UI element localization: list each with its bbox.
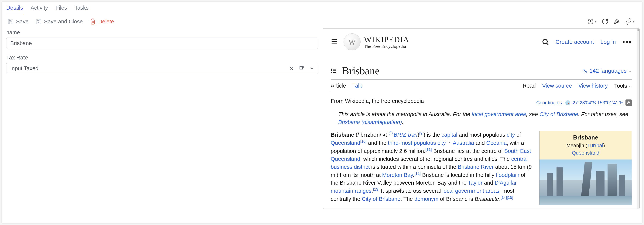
infobox-queensland-link[interactable]: Queensland — [572, 150, 600, 156]
refresh-button[interactable] — [602, 18, 608, 25]
language-selector[interactable]: 142 languages ⌄ — [582, 68, 632, 74]
save-button[interactable]: Save — [7, 18, 28, 25]
wiki-preview-panel: WIKIPEDIA The Free Encyclopedia Create a… — [323, 28, 640, 209]
history-button[interactable]: ▾ — [587, 18, 597, 25]
toolbar: Save Save and Close Delete ▾ — [2, 14, 642, 28]
name-input[interactable] — [10, 40, 314, 46]
hatnote-cob-link[interactable]: City of Brisbane — [539, 111, 578, 117]
clear-icon[interactable] — [289, 66, 294, 71]
infobox-skyline-image[interactable] — [540, 160, 632, 205]
log-in-link[interactable]: Log in — [600, 39, 616, 45]
tax-rate-value: Input Taxed — [10, 65, 38, 71]
create-account-link[interactable]: Create account — [556, 39, 594, 45]
save-close-button[interactable]: Save and Close — [35, 18, 83, 25]
ref-13[interactable]: [13] — [373, 187, 379, 191]
audio-icon[interactable] — [383, 133, 388, 137]
history-icon — [587, 18, 594, 25]
save-close-icon — [35, 18, 42, 25]
wikipedia-globe-icon — [344, 33, 360, 50]
svg-rect-15 — [628, 102, 630, 104]
wiki-tab-view-history[interactable]: View history — [578, 83, 608, 91]
infobox-sub1: Meanjin (Turrbal) — [542, 142, 630, 149]
link-button[interactable]: ▾ — [625, 18, 635, 25]
wrench-icon — [614, 18, 620, 25]
chevron-down-icon: ▾ — [633, 19, 635, 24]
search-icon[interactable] — [542, 38, 549, 46]
wiki-tab-view-source[interactable]: View source — [542, 83, 572, 91]
chevron-down-icon[interactable] — [309, 66, 314, 71]
coordinates-label[interactable]: Coordinates — [536, 100, 562, 105]
wiki-tagline: The Free Encyclopedia — [364, 44, 409, 49]
ref-11[interactable]: [11] — [425, 147, 432, 152]
wiki-tab-article[interactable]: Article — [331, 83, 346, 91]
tax-label: Tax Rate — [6, 54, 318, 61]
hatnote-lga-link[interactable]: local government area — [472, 111, 526, 117]
hamburger-icon[interactable] — [331, 38, 338, 46]
ref-10[interactable]: [10] — [360, 139, 366, 143]
form-panel: name Tax Rate Input Taxed — [2, 28, 323, 223]
tool-button[interactable] — [614, 18, 620, 25]
delete-button[interactable]: Delete — [90, 18, 114, 25]
record-tabs: Details Activity Files Tasks — [2, 2, 642, 14]
tab-details[interactable]: Details — [6, 5, 23, 14]
ref-12[interactable]: [12] — [414, 171, 421, 176]
infobox-turrbal-link[interactable]: Turrbal — [587, 143, 603, 148]
svg-point-13 — [332, 71, 332, 71]
scrollbar[interactable] — [637, 28, 640, 209]
name-label: name — [6, 29, 318, 36]
globe-marker-icon — [566, 100, 570, 105]
chevron-down-icon: ▾ — [595, 19, 597, 24]
svg-rect-2 — [300, 67, 302, 69]
ref-9[interactable]: [9] — [419, 131, 424, 135]
ipa-info-icon[interactable]: ⓘ — [389, 131, 394, 135]
tax-rate-combo[interactable]: Input Taxed — [6, 63, 318, 74]
hatnote-dab-link[interactable]: Brisbane (disambiguation) — [338, 119, 402, 125]
infobox: Brisbane Meanjin (Turrbal) Queensland — [539, 131, 632, 205]
infobox-title: Brisbane — [542, 133, 630, 142]
second-paragraph: Aboriginal groups claiming traditional o… — [331, 208, 632, 209]
ref-14[interactable]: [14] — [500, 195, 507, 200]
tab-tasks[interactable]: Tasks — [75, 5, 89, 14]
contents-icon[interactable] — [331, 68, 337, 74]
ref-15[interactable]: [15] — [507, 195, 513, 200]
svg-point-14 — [332, 72, 332, 73]
protection-lock-icon[interactable] — [626, 99, 632, 106]
wiki-tab-talk[interactable]: Talk — [352, 83, 362, 91]
svg-line-8 — [547, 43, 548, 45]
chevron-down-icon: ⌄ — [628, 84, 632, 89]
save-icon — [7, 18, 14, 25]
wikipedia-logo[interactable]: WIKIPEDIA The Free Encyclopedia — [344, 33, 409, 50]
svg-point-12 — [332, 69, 332, 69]
chevron-down-icon: ⌄ — [628, 68, 632, 73]
coordinates-value[interactable]: 27°28′04″S 153°01′41″E — [572, 99, 623, 106]
open-external-icon[interactable] — [299, 66, 304, 71]
wiki-tools-menu[interactable]: Tools ⌄ — [614, 83, 632, 91]
svg-point-7 — [543, 39, 547, 44]
name-field[interactable] — [6, 37, 318, 49]
link-icon — [625, 18, 632, 25]
tab-files[interactable]: Files — [56, 5, 67, 14]
translate-icon — [582, 68, 588, 74]
wiki-tab-read[interactable]: Read — [523, 83, 536, 91]
wiki-site-name: WIKIPEDIA — [364, 35, 409, 44]
hatnote: This article is about the metropolis in … — [331, 110, 632, 131]
refresh-icon — [602, 18, 608, 25]
tab-activity[interactable]: Activity — [30, 5, 48, 14]
trash-icon — [90, 18, 96, 25]
article-title: Brisbane — [342, 65, 380, 77]
